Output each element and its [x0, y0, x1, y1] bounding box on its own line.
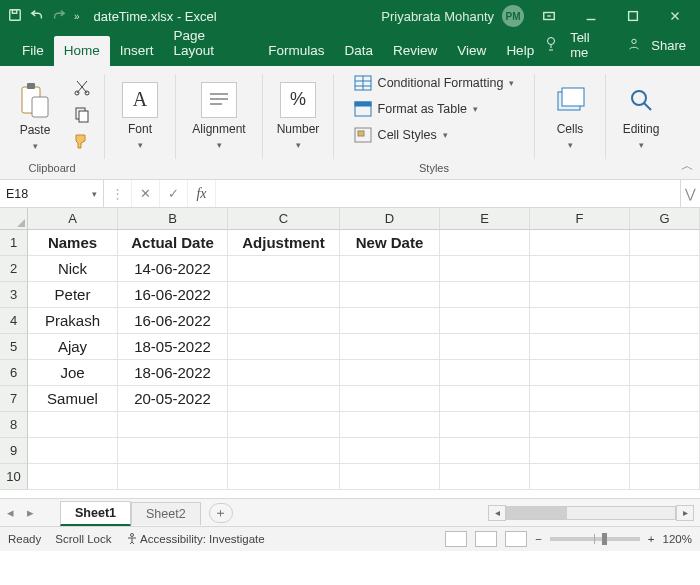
cell[interactable]	[340, 386, 440, 412]
cancel-formula-icon[interactable]: ✕	[132, 180, 160, 207]
cell[interactable]: Actual Date	[118, 230, 228, 256]
cell[interactable]	[630, 308, 700, 334]
cell[interactable]	[228, 308, 340, 334]
tab-help[interactable]: Help	[496, 36, 544, 66]
hscroll-thumb[interactable]	[507, 507, 567, 519]
new-sheet-icon[interactable]: ＋	[209, 503, 233, 523]
save-icon[interactable]	[8, 8, 22, 25]
row-header[interactable]: 1	[0, 230, 28, 256]
cell[interactable]	[530, 360, 630, 386]
cell[interactable]	[440, 256, 530, 282]
cell[interactable]	[340, 412, 440, 438]
tab-view[interactable]: View	[447, 36, 496, 66]
zoom-in-icon[interactable]: +	[648, 533, 655, 545]
cell[interactable]	[28, 464, 118, 490]
cell[interactable]: 18-05-2022	[118, 334, 228, 360]
cell[interactable]: 18-06-2022	[118, 360, 228, 386]
cell[interactable]	[530, 438, 630, 464]
hscroll-left-icon[interactable]: ◂	[488, 505, 506, 521]
expand-formula-bar-icon[interactable]: ⋁	[680, 180, 700, 207]
cell[interactable]: Peter	[28, 282, 118, 308]
formula-input[interactable]	[216, 180, 680, 207]
cell[interactable]	[118, 438, 228, 464]
view-page-break-icon[interactable]	[505, 531, 527, 547]
cell[interactable]	[118, 412, 228, 438]
close-icon[interactable]	[658, 6, 692, 26]
cut-icon[interactable]	[73, 78, 91, 99]
cell[interactable]	[228, 464, 340, 490]
font-button[interactable]: A Font ▾	[113, 82, 167, 150]
cell[interactable]	[228, 334, 340, 360]
number-button[interactable]: % Number ▾	[271, 82, 325, 150]
share-icon[interactable]	[627, 37, 641, 54]
zoom-slider[interactable]	[550, 537, 640, 541]
cell[interactable]	[340, 438, 440, 464]
user-avatar[interactable]: PM	[502, 5, 524, 27]
cells-button[interactable]: Cells ▾	[543, 82, 597, 150]
cell[interactable]	[530, 412, 630, 438]
enter-formula-icon[interactable]: ✓	[160, 180, 188, 207]
cell[interactable]	[630, 230, 700, 256]
cell[interactable]	[340, 360, 440, 386]
cell[interactable]	[630, 282, 700, 308]
tab-file[interactable]: File	[12, 36, 54, 66]
format-as-table-button[interactable]: Format as Table▾	[354, 98, 515, 120]
cell[interactable]	[630, 464, 700, 490]
hscroll-right-icon[interactable]: ▸	[676, 505, 694, 521]
minimize-icon[interactable]	[574, 6, 608, 26]
paste-button[interactable]: Paste ▾	[8, 81, 62, 151]
cell[interactable]: 16-06-2022	[118, 308, 228, 334]
row-header[interactable]: 8	[0, 412, 28, 438]
format-painter-icon[interactable]	[73, 132, 91, 153]
cell[interactable]	[440, 282, 530, 308]
col-header[interactable]: B	[118, 208, 228, 229]
cell[interactable]	[28, 438, 118, 464]
spreadsheet-grid[interactable]: A B C D E F G 1NamesActual DateAdjustmen…	[0, 208, 700, 498]
view-page-layout-icon[interactable]	[475, 531, 497, 547]
cell[interactable]	[440, 386, 530, 412]
cell[interactable]	[530, 256, 630, 282]
maximize-icon[interactable]	[616, 6, 650, 26]
tab-data[interactable]: Data	[335, 36, 384, 66]
col-header[interactable]: C	[228, 208, 340, 229]
conditional-formatting-button[interactable]: Conditional Formatting▾	[354, 72, 515, 94]
cell[interactable]	[440, 308, 530, 334]
tell-me-icon[interactable]	[544, 36, 560, 55]
cell[interactable]: 16-06-2022	[118, 282, 228, 308]
tab-page-layout[interactable]: Page Layout	[164, 21, 259, 66]
copy-icon[interactable]	[73, 105, 91, 126]
row-header[interactable]: 9	[0, 438, 28, 464]
cell[interactable]	[440, 360, 530, 386]
cell[interactable]	[630, 360, 700, 386]
row-header[interactable]: 6	[0, 360, 28, 386]
cell[interactable]	[340, 282, 440, 308]
cell[interactable]	[530, 230, 630, 256]
cell[interactable]	[228, 256, 340, 282]
cell[interactable]: Names	[28, 230, 118, 256]
cell[interactable]	[630, 438, 700, 464]
cell[interactable]	[28, 412, 118, 438]
collapse-ribbon-icon[interactable]: ︿	[681, 157, 694, 175]
cell[interactable]	[630, 412, 700, 438]
cell[interactable]	[440, 412, 530, 438]
view-normal-icon[interactable]	[445, 531, 467, 547]
tab-formulas[interactable]: Formulas	[258, 36, 334, 66]
cell[interactable]: Ajay	[28, 334, 118, 360]
cell[interactable]	[440, 464, 530, 490]
insert-function-icon[interactable]: fx	[188, 180, 216, 207]
cell[interactable]: 14-06-2022	[118, 256, 228, 282]
cell[interactable]	[440, 438, 530, 464]
col-header[interactable]: D	[340, 208, 440, 229]
cell[interactable]	[530, 464, 630, 490]
row-header[interactable]: 3	[0, 282, 28, 308]
col-header[interactable]: A	[28, 208, 118, 229]
undo-icon[interactable]	[30, 8, 44, 25]
row-header[interactable]: 5	[0, 334, 28, 360]
tell-me[interactable]: Tell me	[570, 30, 609, 60]
tab-home[interactable]: Home	[54, 36, 110, 66]
cell[interactable]: Samuel	[28, 386, 118, 412]
cell[interactable]: New Date	[340, 230, 440, 256]
row-header[interactable]: 7	[0, 386, 28, 412]
share-button[interactable]: Share	[651, 38, 686, 53]
cell[interactable]	[630, 256, 700, 282]
